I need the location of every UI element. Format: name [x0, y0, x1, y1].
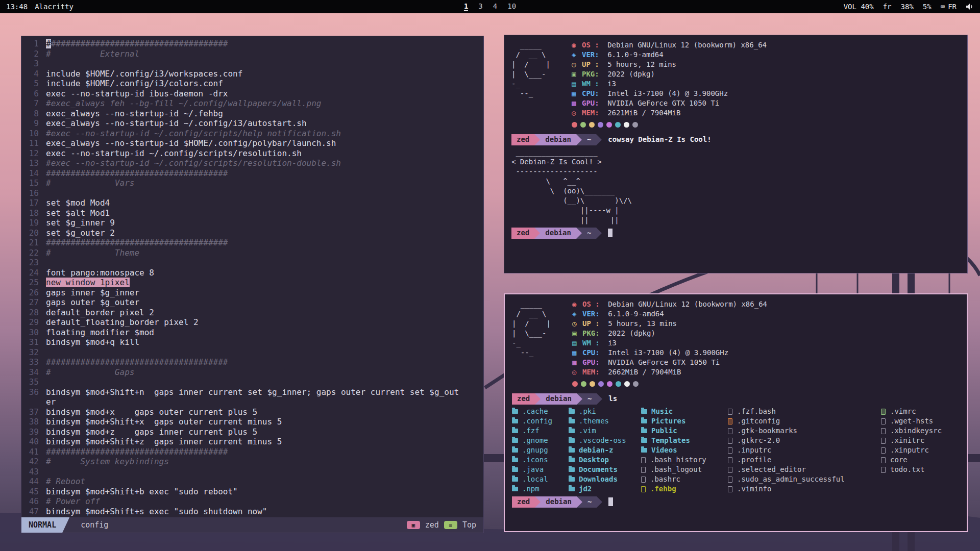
editor-line: 5include $HOME/.config/i3/colors.conf: [21, 79, 483, 89]
file-icon: [728, 457, 732, 463]
editor-line: 23: [21, 258, 483, 268]
folder-icon: [512, 429, 518, 433]
distro-ascii-logo: _____ / __ \ | / | | \___- -_ --_: [512, 299, 572, 389]
editor-line: 32: [21, 347, 483, 358]
fetch-info-row: ▤WM : i3: [572, 79, 767, 89]
fetch-info-row: ◎MEM: 2621MiB / 7904MiB: [572, 108, 767, 118]
editor-line: 22# Theme: [21, 248, 483, 258]
terminal-cursor: [608, 497, 613, 506]
prompt-separator-icon: [534, 228, 540, 239]
ls-entry: Documents: [569, 465, 641, 474]
language-module[interactable]: fr: [883, 3, 892, 11]
volume-module[interactable]: VOL 40%: [844, 3, 874, 11]
fetch-row-icon: ◈: [572, 309, 582, 319]
keyboard-layout-module[interactable]: ⌨ FR: [941, 3, 957, 11]
shell-prompt[interactable]: zeddebian~cowsay Debian-Z Is Cool!: [511, 133, 960, 146]
editor-code[interactable]: 1#####################################2#…: [21, 36, 483, 517]
keyboard-icon: ⌨: [941, 3, 945, 11]
fetch-info-row: ▦CPU: Intel i3-7100 (4) @ 3.900GHz: [572, 89, 767, 98]
prompt-host: debian: [541, 496, 577, 508]
workspace-10[interactable]: 10: [507, 2, 516, 11]
file-icon: [641, 477, 646, 483]
fetch-row-icon: ◎: [572, 108, 582, 118]
editor-line: 7#exec_always feh --bg-fill ~/.config/wa…: [21, 98, 483, 109]
terminal-window-1[interactable]: _____ / __ \ | / | | \___- -_ --_◉OS : D…: [504, 35, 968, 273]
editor-line: 39bindsym $mod+z gaps inner current plus…: [21, 427, 483, 437]
file-icon: [728, 409, 732, 415]
workspace-4[interactable]: 4: [493, 2, 497, 11]
prompt-path: ~: [582, 496, 597, 508]
ls-entry: .vim: [569, 426, 641, 436]
ls-entry: .gtkrc-2.0: [728, 436, 881, 445]
editor-statusbar: NORMAL config ▣ zed ≡ Top: [21, 517, 483, 533]
folder-icon: [512, 487, 518, 491]
folder-icon: [512, 458, 518, 462]
ls-entry: .gnupg: [512, 445, 569, 455]
ls-entry: jd2: [569, 484, 641, 494]
file-icon: [728, 438, 732, 444]
ls-entry: .themes: [569, 416, 641, 426]
file-icon: [728, 467, 732, 473]
fetch-row-icon: ◷: [572, 60, 582, 69]
ls-entry: .selected_editor: [728, 465, 881, 474]
ls-entry: .bash_logout: [641, 465, 728, 474]
ls-entry: .local: [512, 474, 569, 484]
fetch-row-icon: ▣: [572, 69, 582, 79]
editor-line: 31bindsym $mod+q kill: [21, 337, 483, 347]
fetch-info-row: ◷UP : 5 hours, 12 mins: [572, 60, 767, 69]
terminal-window-2[interactable]: _____ / __ \ | / | | \___- -_ --_◉OS : D…: [504, 293, 968, 532]
workspace-1[interactable]: 1: [464, 2, 468, 11]
editor-line: 29default_floating_border pixel 2: [21, 317, 483, 328]
clock: 13:48: [6, 3, 28, 11]
editor-line: 30floating_modifier $mod: [21, 328, 483, 338]
file-icon: [881, 438, 886, 444]
editor-line: 40bindsym $mod+Shift+z gaps inner curren…: [21, 437, 483, 447]
folder-icon: [641, 429, 647, 433]
prompt-separator-icon: [597, 496, 602, 508]
editor-line: 19set $g_inner 9: [21, 218, 483, 228]
folder-icon: [512, 419, 518, 423]
ls-entry: todo.txt: [881, 465, 942, 474]
fetch-info-row: ◷UP : 5 hours, 13 mins: [572, 319, 767, 329]
editor-cursor: #: [46, 39, 51, 48]
prompt-host: debian: [540, 228, 576, 239]
fetch-row-icon: ◷: [572, 319, 582, 329]
search-highlight: new_window 1pixel: [46, 278, 130, 287]
prompt-path: ~: [582, 134, 596, 145]
speaker-icon[interactable]: [966, 3, 974, 10]
folder-icon: [569, 458, 575, 462]
fetch-info-row: ▣PKG: 2022 (dpkg): [572, 69, 767, 79]
ls-entry: Public: [641, 426, 728, 436]
fetch-row-icon: ▦: [572, 89, 582, 98]
folder-icon: [569, 477, 575, 482]
ls-entry: .vscode-oss: [569, 436, 641, 445]
file-icon: [881, 418, 886, 424]
term1-body: _____ / __ \ | / | | \___- -_ --_◉OS : D…: [511, 40, 960, 239]
file-icon: [728, 428, 732, 434]
ls-entry: .bashrc: [641, 474, 728, 484]
file-icon: [641, 457, 646, 463]
workspaces: 13410: [464, 2, 516, 11]
shell-prompt[interactable]: zeddebian~ls: [512, 392, 960, 405]
editor-line: 11exec_always --no-startup-id $HOME/.con…: [21, 138, 483, 148]
shell-prompt[interactable]: zeddebian~: [512, 495, 960, 508]
editor-line: 47bindsym $mod+Shift+s exec "sudo shutdo…: [21, 507, 483, 517]
ls-entry: Pictures: [641, 416, 728, 426]
file-icon: [881, 467, 886, 473]
cowsay-output: ___________________ < Debian-Z Is Cool! …: [511, 147, 960, 225]
ls-entry: Desktop: [569, 455, 641, 465]
editor-line: 28default_border pixel 2: [21, 308, 483, 318]
prompt-host: debian: [541, 393, 577, 405]
fetch-info-row: ◈VER: 6.1.0-9-amd64: [572, 50, 767, 60]
workspace-3[interactable]: 3: [478, 2, 482, 11]
editor-line: 3: [21, 59, 483, 69]
editor-line: 21#####################################: [21, 238, 483, 248]
prompt-host: debian: [540, 134, 576, 145]
fetch-info-row: ◎MEM: 2662MiB / 7904MiB: [572, 367, 767, 377]
editor-line: 1#####################################: [21, 39, 483, 49]
shell-prompt[interactable]: zeddebian~: [511, 227, 960, 239]
ls-entry: .npm: [512, 484, 569, 494]
folder-icon: [569, 429, 575, 433]
folder-icon: [641, 438, 647, 443]
system-fetch-output: _____ / __ \ | / | | \___- -_ --_◉OS : D…: [511, 40, 960, 130]
